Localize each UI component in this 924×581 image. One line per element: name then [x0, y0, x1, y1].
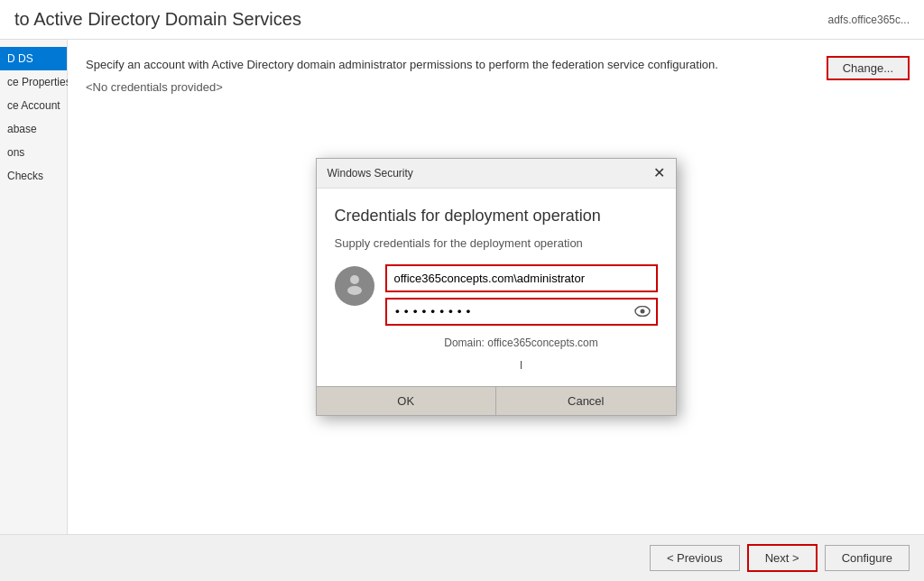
svg-point-3	[640, 309, 644, 313]
footer: < Previous Next > Configure	[0, 534, 924, 581]
header: to Active Directory Domain Services adfs…	[0, 0, 924, 40]
content-area: Specify an account with Active Directory…	[68, 40, 924, 534]
svg-point-0	[350, 275, 359, 284]
dialog-sub-label: Supply credentials for the deployment op…	[335, 236, 658, 250]
username-input[interactable]	[387, 266, 656, 290]
configure-button[interactable]: Configure	[825, 545, 910, 571]
dialog-body: Credentials for deployment operation Sup…	[317, 189, 676, 386]
dialog-form-row: Domain: office365concepts.com I	[335, 264, 658, 372]
sidebar-item-ce-account[interactable]: ce Account	[0, 94, 67, 117]
domain-label: adfs.office365c...	[827, 14, 910, 26]
sidebar-item-adds[interactable]: D DS	[0, 47, 67, 70]
dialog-titlebar: Windows Security ✕	[317, 159, 676, 189]
sidebar-item-ce-properties[interactable]: ce Properties	[0, 70, 67, 94]
dialog-inputs: Domain: office365concepts.com I	[385, 264, 658, 372]
svg-point-1	[347, 286, 362, 295]
sidebar: D DS ce Properties ce Account abase ons …	[0, 40, 68, 534]
previous-button[interactable]: < Previous	[650, 545, 740, 571]
sidebar-item-checks[interactable]: Checks	[0, 164, 67, 188]
password-input-wrapper	[385, 298, 658, 326]
main-layout: D DS ce Properties ce Account abase ons …	[0, 40, 924, 534]
dialog-title: Windows Security	[328, 167, 413, 180]
cancel-button[interactable]: Cancel	[496, 387, 676, 415]
domain-info: Domain: office365concepts.com	[385, 337, 658, 349]
dialog-overlay: Windows Security ✕ Credentials for deplo…	[68, 40, 924, 534]
dialog-footer: OK Cancel	[317, 386, 676, 415]
username-input-wrapper	[385, 264, 658, 292]
page-title: to Active Directory Domain Services	[14, 9, 301, 30]
cursor-indicator: I	[385, 358, 658, 372]
avatar	[335, 266, 374, 306]
dialog-heading: Credentials for deployment operation	[335, 207, 658, 226]
sidebar-item-options[interactable]: ons	[0, 141, 67, 164]
user-icon	[343, 272, 366, 300]
show-password-button[interactable]	[629, 301, 656, 323]
dialog-close-button[interactable]: ✕	[653, 166, 665, 180]
ok-button[interactable]: OK	[317, 387, 497, 415]
password-input[interactable]	[387, 300, 629, 324]
next-button[interactable]: Next >	[747, 544, 818, 572]
sidebar-item-database[interactable]: abase	[0, 117, 67, 141]
windows-security-dialog: Windows Security ✕ Credentials for deplo…	[316, 158, 677, 416]
